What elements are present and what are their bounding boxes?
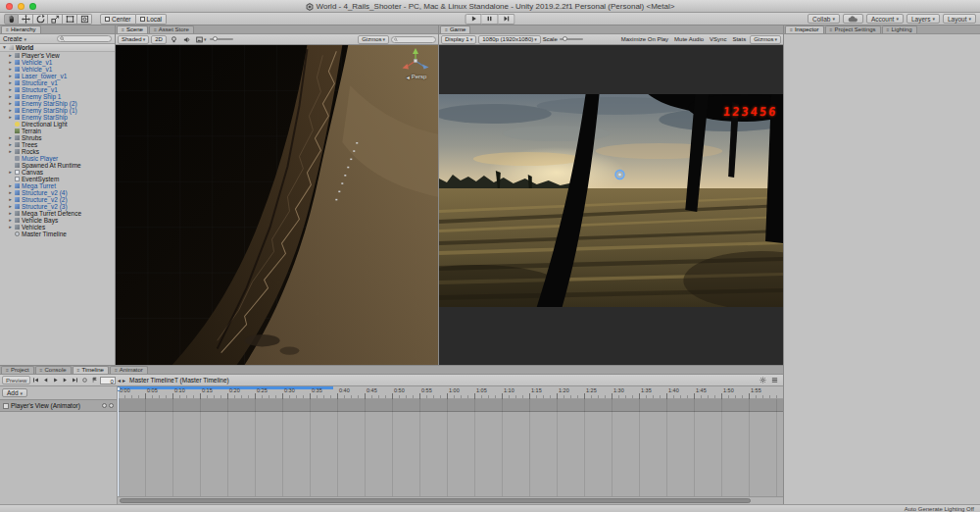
hierarchy-item[interactable]: ▸Structure_v1 xyxy=(0,86,115,93)
timeline-hscrollbar[interactable] xyxy=(118,496,783,504)
scene-lighting-toggle[interactable] xyxy=(169,35,179,44)
play-button[interactable] xyxy=(466,14,482,25)
timeline-play-button[interactable] xyxy=(51,376,60,384)
hierarchy-item[interactable]: Master Timeline xyxy=(0,230,115,237)
shading-mode-dropdown[interactable]: Shaded ▾ xyxy=(118,35,149,44)
tab-scene[interactable]: ≡ Scene xyxy=(117,26,148,33)
expand-arrow-icon[interactable]: ▸ xyxy=(8,114,13,121)
track-header[interactable]: Player's View (Animator) xyxy=(0,399,117,412)
gizmo-size-slider[interactable] xyxy=(210,38,233,40)
expand-arrow-icon[interactable]: ▸ xyxy=(8,52,13,59)
account-dropdown[interactable]: Account ▾ xyxy=(866,14,904,24)
hierarchy-item[interactable]: ▸Structure_v2 (3) xyxy=(0,203,115,210)
pause-button[interactable] xyxy=(482,14,499,25)
hierarchy-search-input[interactable] xyxy=(67,36,106,42)
breadcrumb-forward-icon[interactable]: ▸ xyxy=(122,377,125,384)
hierarchy-item[interactable]: ▸Laser_tower_v1 xyxy=(0,73,115,79)
hierarchy-item[interactable]: ▸Vehicle_v1 xyxy=(0,66,115,73)
hierarchy-item[interactable]: ▸Rocks xyxy=(0,148,115,155)
expand-arrow-icon[interactable]: ▸ xyxy=(8,79,13,86)
scrollbar-handle[interactable] xyxy=(120,498,751,503)
breadcrumb-back-icon[interactable]: ◂ xyxy=(118,377,121,384)
stats-toggle[interactable]: Stats xyxy=(730,35,748,44)
hierarchy-search[interactable] xyxy=(57,35,112,42)
hierarchy-item[interactable]: EventSystem xyxy=(0,176,115,182)
expand-arrow-icon[interactable]: ▸ xyxy=(8,189,13,196)
services-button[interactable] xyxy=(843,14,863,24)
current-frame-field[interactable]: 0 xyxy=(100,377,116,384)
hierarchy-item[interactable]: ▸Enemy Ship 1 xyxy=(0,93,115,100)
expand-arrow-icon[interactable]: ▸ xyxy=(8,203,13,210)
scene-search-input[interactable] xyxy=(400,36,433,42)
expand-arrow-icon[interactable]: ▸ xyxy=(8,148,13,155)
tab-lighting[interactable]: ≡ Lighting xyxy=(882,26,917,33)
maximize-on-play-toggle[interactable]: Maximize On Play xyxy=(619,35,670,44)
scene-viewport[interactable]: ◂ Persp xyxy=(116,45,438,365)
tab-inspector[interactable]: ≡ Inspector xyxy=(785,26,824,33)
track-record-icon[interactable] xyxy=(109,403,114,408)
hierarchy-item[interactable]: Spawned At Runtime xyxy=(0,162,115,169)
goto-end-button[interactable] xyxy=(71,376,79,384)
pivot-center-button[interactable]: Center xyxy=(100,14,136,25)
expand-arrow-icon[interactable]: ▸ xyxy=(8,100,13,107)
move-tool-button[interactable] xyxy=(19,14,33,25)
expand-arrow-icon[interactable]: ▸ xyxy=(8,93,13,100)
playhead[interactable] xyxy=(118,386,119,496)
expand-arrow-icon[interactable]: ▸ xyxy=(8,217,13,224)
timeline-content[interactable]: 0:000:050:100:150:200:250:300:350:400:45… xyxy=(118,386,783,504)
scene-gizmo[interactable]: ◂ Persp xyxy=(399,48,434,80)
create-dropdown[interactable]: Create ▾ xyxy=(3,35,26,42)
timeline-options-button[interactable] xyxy=(770,376,779,384)
timeline-settings-button[interactable] xyxy=(759,376,767,384)
tab-console[interactable]: ≡ Console xyxy=(35,366,72,374)
hierarchy-item[interactable]: ▸Mega Turret xyxy=(0,182,115,189)
expand-arrow-icon[interactable]: ▸ xyxy=(8,59,13,66)
hierarchy-item[interactable]: ▸Vehicle_v1 xyxy=(0,59,115,66)
game-gizmos-dropdown[interactable]: Gizmos ▾ xyxy=(750,35,781,44)
transform-tool-button[interactable] xyxy=(77,14,92,25)
tab-game[interactable]: ≡ Game xyxy=(440,26,470,33)
gizmo-back-icon[interactable]: ◂ xyxy=(407,74,410,80)
hierarchy-item[interactable]: ▸Enemy StarShip (1) xyxy=(0,107,115,114)
expand-arrow-icon[interactable]: ▸ xyxy=(8,224,13,230)
tab-project[interactable]: ≡ Project xyxy=(1,366,34,374)
marker-track-button[interactable] xyxy=(90,376,99,384)
expand-arrow-icon[interactable]: ▸ xyxy=(8,196,13,203)
hierarchy-item[interactable]: ▸Structure_v2 (4) xyxy=(0,189,115,196)
layout-dropdown[interactable]: Layout ▾ xyxy=(943,14,976,24)
expand-arrow-icon[interactable]: ▸ xyxy=(8,134,13,141)
tab-asset-store[interactable]: ≡ Asset Store xyxy=(149,26,194,33)
hierarchy-item[interactable]: ▸Vehicles xyxy=(0,224,115,230)
projection-label[interactable]: Persp xyxy=(412,74,427,80)
goto-start-button[interactable] xyxy=(31,376,40,384)
next-frame-button[interactable] xyxy=(61,376,70,384)
hierarchy-item[interactable]: Music Player xyxy=(0,155,115,162)
scene-effects-dropdown[interactable]: ▾ xyxy=(194,35,209,44)
game-viewport[interactable]: 123456 xyxy=(439,45,783,365)
step-button[interactable] xyxy=(499,14,515,25)
hierarchy-item[interactable]: ▸Canvas xyxy=(0,169,115,176)
expand-arrow-icon[interactable]: ▸ xyxy=(8,141,13,148)
scene-header-row[interactable]: ▼ World xyxy=(0,44,115,52)
playhead-handle[interactable] xyxy=(118,386,121,391)
hierarchy-item[interactable]: ▸Enemy StarShip (2) xyxy=(0,100,115,107)
hierarchy-item[interactable]: Terrain xyxy=(0,128,115,134)
track-lane[interactable] xyxy=(118,399,783,412)
2d-toggle-button[interactable]: 2D xyxy=(151,35,167,44)
add-track-button[interactable]: Add ▾ xyxy=(2,388,27,397)
hierarchy-item[interactable]: ▸Structure_v2 (2) xyxy=(0,196,115,203)
tab-hierarchy[interactable]: ≡ Hierarchy xyxy=(1,26,41,33)
scale-tool-button[interactable] xyxy=(48,14,63,25)
auto-generate-lighting-status[interactable]: Auto Generate Lighting Off xyxy=(905,506,974,512)
tab-timeline[interactable]: ≡ Timeline xyxy=(73,366,109,374)
space-local-button[interactable]: Local xyxy=(136,14,168,25)
expand-arrow-icon[interactable]: ▸ xyxy=(8,86,13,93)
rotate-tool-button[interactable] xyxy=(33,14,48,25)
record-button[interactable] xyxy=(80,376,89,384)
scale-slider[interactable] xyxy=(560,38,583,40)
expand-arrow-icon[interactable]: ▼ xyxy=(2,44,7,51)
expand-arrow-icon[interactable]: ▸ xyxy=(8,169,13,176)
hierarchy-item[interactable]: ▸Player's View xyxy=(0,52,115,59)
layers-dropdown[interactable]: Layers ▾ xyxy=(906,14,940,24)
prev-frame-button[interactable] xyxy=(41,376,50,384)
